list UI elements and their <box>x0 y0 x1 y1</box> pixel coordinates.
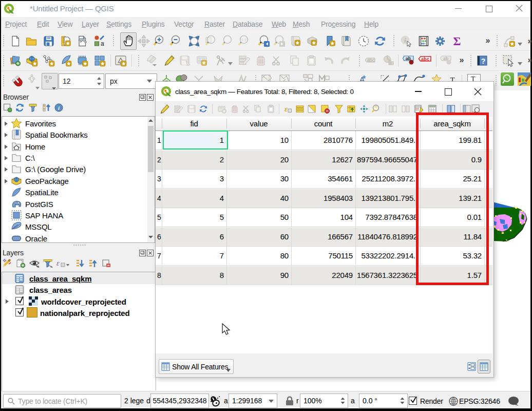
svg-text:ε: ε <box>284 105 288 113</box>
svg-text:Σ: Σ <box>453 35 461 47</box>
svg-text:abc: abc <box>421 56 429 62</box>
svg-text:»: » <box>460 55 464 64</box>
svg-text:»: » <box>486 36 490 45</box>
svg-text:abc: abc <box>367 58 375 63</box>
svg-text:»: » <box>528 36 532 45</box>
svg-text:a: a <box>101 40 104 47</box>
svg-text:?: ? <box>481 57 486 65</box>
svg-text:ε: ε <box>56 259 60 267</box>
svg-text:»: » <box>528 55 532 64</box>
svg-text:(1:1): (1:1) <box>240 38 248 42</box>
